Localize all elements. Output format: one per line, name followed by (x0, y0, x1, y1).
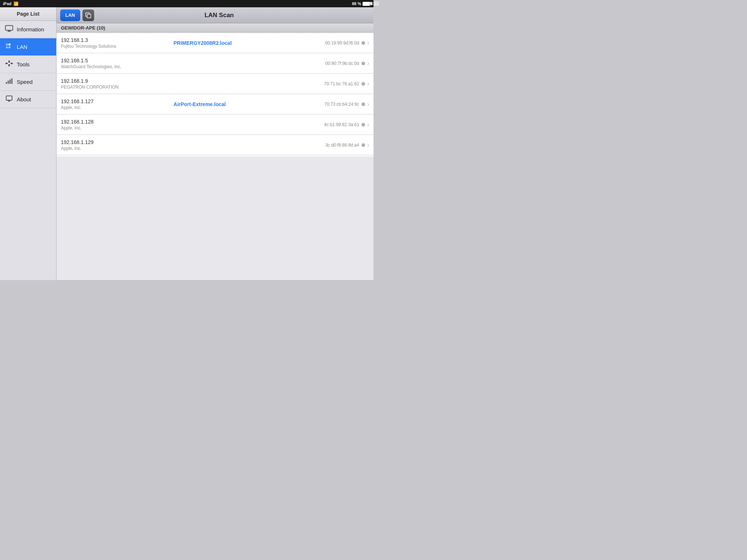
svg-point-5 (6, 46, 8, 48)
svg-rect-7 (8, 61, 10, 63)
lan-icon (5, 43, 13, 51)
row-right: 70:73:cb:b4:24:9c › (308, 101, 369, 108)
battery-icon (363, 2, 371, 6)
svg-point-6 (8, 46, 11, 48)
device-vendor: Fujitsu Technology Solutions (61, 44, 171, 49)
device-ip: 192.168.1.127 (61, 98, 171, 104)
row-right: 00:19:99:9d:f6:0d › (308, 40, 369, 46)
device-mac: 70:71:bc:76:a1:62 (308, 81, 359, 86)
status-dot (361, 41, 365, 45)
sidebar-item-label-lan: LAN (17, 44, 27, 50)
sidebar-item-label-tools: Tools (17, 61, 30, 67)
status-dot (361, 143, 365, 147)
device-info: 192.168.1.9 PEGATRON CORPORATION (61, 78, 171, 90)
lan-button[interactable]: LAN (60, 9, 80, 21)
svg-rect-19 (87, 14, 91, 18)
svg-point-4 (8, 43, 11, 46)
svg-rect-13 (9, 79, 11, 84)
status-left: iPad 📶 (3, 1, 19, 6)
device-info: 192.168.1.5 WatchGuard Technologies, Inc… (61, 58, 171, 69)
svg-rect-8 (8, 64, 10, 66)
toolbar: LAN LAN Scan (57, 7, 374, 23)
device-row[interactable]: 192.168.1.129 Apple, Inc. 3c:d0:f8:86:8d… (57, 135, 374, 155)
device-ip: 192.168.1.128 (61, 119, 171, 125)
row-right: 00:90:7f:9b:dc:0d › (308, 60, 369, 67)
device-label: iPad (3, 1, 11, 6)
svg-rect-14 (11, 78, 12, 84)
sidebar-item-about[interactable]: About (0, 91, 56, 108)
svg-rect-12 (8, 81, 9, 84)
device-row[interactable]: 192.168.1.3 Fujitsu Technology Solutions… (57, 33, 374, 53)
device-info: 192.168.1.129 Apple, Inc. (61, 139, 171, 151)
svg-rect-9 (5, 63, 8, 64)
device-info: 192.168.1.3 Fujitsu Technology Solutions (61, 37, 171, 49)
about-icon (5, 95, 13, 104)
chevron-icon: › (367, 81, 369, 87)
monitor-icon (5, 25, 13, 34)
device-mac: 3c:d0:f8:86:8d:a4 (308, 143, 359, 148)
svg-rect-0 (5, 26, 13, 30)
device-info: 192.168.1.128 Apple, Inc. (61, 119, 171, 131)
sidebar-item-speed[interactable]: Speed (0, 73, 56, 91)
device-vendor: Apple, Inc. (61, 105, 171, 110)
status-dot (361, 62, 365, 65)
device-list: 192.168.1.3 Fujitsu Technology Solutions… (57, 33, 374, 156)
svg-rect-17 (8, 101, 10, 102)
svg-rect-10 (11, 63, 13, 64)
row-right: 70:71:bc:76:a1:62 › (308, 81, 369, 87)
sidebar-item-label-speed: Speed (17, 79, 32, 85)
device-ip: 192.168.1.5 (61, 58, 171, 63)
svg-rect-2 (7, 31, 11, 32)
status-dot (361, 82, 365, 86)
sidebar-title: Page List (0, 7, 56, 21)
sidebar-item-label-about: About (17, 96, 31, 102)
svg-rect-11 (6, 82, 7, 84)
device-row[interactable]: 192.168.1.9 PEGATRON CORPORATION 70:71:b… (57, 74, 374, 94)
battery-pct-label: 88 % (352, 1, 361, 6)
svg-rect-1 (8, 30, 10, 31)
sidebar-item-label-information: Information (17, 26, 44, 32)
toolbar-title: LAN Scan (96, 12, 342, 19)
sidebar-item-information[interactable]: Information (0, 21, 56, 38)
device-vendor: Apple, Inc. (61, 125, 171, 131)
edit-button[interactable] (82, 9, 94, 21)
group-header: GEWIDOR-APE (10) (57, 23, 374, 33)
device-vendor: WatchGuard Technologies, Inc. (61, 64, 171, 69)
device-vendor: Apple, Inc. (61, 146, 171, 151)
svg-rect-15 (6, 96, 12, 100)
sidebar: Page List Information (0, 7, 57, 280)
device-vendor: PEGATRON CORPORATION (61, 85, 171, 90)
wifi-icon: 📶 (13, 1, 19, 6)
device-ip: 192.168.1.9 (61, 78, 171, 84)
chevron-icon: › (367, 121, 369, 128)
device-info: 192.168.1.127 Apple, Inc. (61, 98, 171, 110)
chevron-icon: › (367, 101, 369, 108)
chevron-icon: › (367, 60, 369, 67)
empty-area (57, 156, 374, 280)
device-ip: 192.168.1.3 (61, 37, 171, 43)
status-right: 88 % (352, 1, 371, 6)
status-dot (361, 123, 365, 127)
svg-rect-16 (8, 100, 11, 101)
sidebar-item-tools[interactable]: Tools (0, 56, 56, 73)
device-row[interactable]: 192.168.1.5 WatchGuard Technologies, Inc… (57, 53, 374, 74)
status-bar: iPad 📶 08:32 88 % (0, 0, 374, 7)
chevron-icon: › (367, 142, 369, 148)
speed-icon (5, 78, 13, 86)
svg-point-3 (6, 43, 8, 46)
device-mac: 00:19:99:9d:f6:0d (308, 40, 359, 46)
main-content: LAN LAN Scan GEWIDOR-APE (10) 192.168.1.… (57, 7, 374, 280)
row-right: 3c:d0:f8:86:8d:a4 › (308, 142, 369, 148)
sidebar-item-lan[interactable]: LAN (0, 38, 56, 56)
device-hostname: AirPort-Extreme.local (171, 101, 308, 107)
app-container: Page List Information (0, 7, 374, 280)
device-row[interactable]: 192.168.1.127 Apple, Inc. AirPort-Extrem… (57, 94, 374, 114)
device-mac: 70:73:cb:b4:24:9c (308, 102, 359, 107)
device-row[interactable]: 192.168.1.128 Apple, Inc. 4c:b1:99:82:3a… (57, 114, 374, 135)
device-hostname: PRIMERGY2008R2.local (171, 40, 308, 46)
device-ip: 192.168.1.129 (61, 139, 171, 145)
sidebar-items: Information LAN (0, 21, 56, 280)
battery-fill (363, 2, 369, 5)
row-right: 4c:b1:99:82:3a:61 › (308, 121, 369, 128)
chevron-icon: › (367, 40, 369, 46)
